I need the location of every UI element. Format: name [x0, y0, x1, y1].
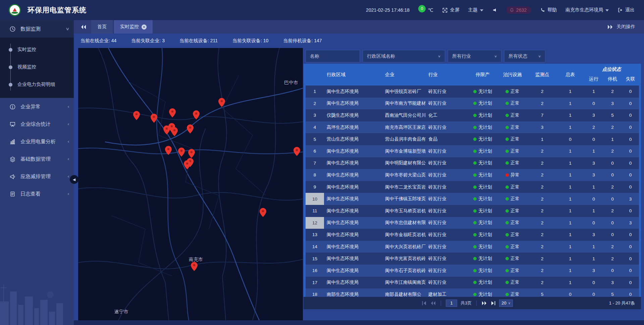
- map-pin-icon[interactable]: [193, 110, 200, 119]
- map-pin-icon[interactable]: [165, 146, 172, 155]
- map-panel[interactable]: 巴中市南充市遂宁市: [78, 48, 303, 320]
- status-dot-green-icon: [505, 138, 509, 141]
- map-pin-icon[interactable]: [191, 262, 198, 271]
- notification-badge[interactable]: 2632: [506, 6, 531, 14]
- cell-stop: 2: [603, 205, 622, 217]
- table-row[interactable]: 17阆中生态环境局阆中市江南镇阆南页岩砖瓦行业无计划正常21030: [306, 277, 639, 289]
- table-row[interactable]: 9阆中生态环境局阆中市二龙长宝页岩砖砖瓦行业无计划正常21120: [306, 181, 639, 193]
- cell-limit-status: 无计划: [468, 109, 497, 121]
- sidebar-item-6[interactable]: 日志查看‹: [0, 185, 74, 203]
- table-row[interactable]: 5营山生态环境局营山县润丰肉食品有限食品无计划正常10010: [306, 133, 639, 145]
- region-select[interactable]: 行政区域名称 ∨: [363, 50, 445, 62]
- cell-industry: 建材加工: [426, 288, 468, 297]
- cell-stop: 2: [603, 241, 622, 253]
- tab-1[interactable]: 实时监控✕: [114, 20, 153, 34]
- cell-limit-status: 无计划: [468, 145, 497, 157]
- close-operations-dropdown[interactable]: 关闭操作: [607, 24, 644, 30]
- next-page-button[interactable]: [481, 301, 487, 306]
- table-row[interactable]: 7阆中生态环境局阆中明阳建材有限公司砖瓦行业无计划正常21300: [306, 157, 639, 169]
- map-pin-icon[interactable]: [184, 160, 191, 169]
- map-pin-icon[interactable]: [218, 98, 225, 107]
- tabs-scroll-left-button[interactable]: [80, 24, 87, 30]
- cell-points: 3: [528, 121, 556, 133]
- sidebar-collapse-button[interactable]: ◀: [70, 175, 78, 184]
- table-row[interactable]: 3仪陇生态环境局西南油气田分公司川中化工无计划正常71350: [306, 109, 639, 121]
- table-row[interactable]: 14阆中生态环境局阆中大兴页岩机砖厂砖瓦行业无计划正常21120: [306, 241, 639, 253]
- cell-stop: 2: [603, 253, 622, 265]
- chevron-down-icon: ∨: [494, 54, 497, 58]
- cell-points: 2: [528, 241, 556, 253]
- table-row[interactable]: 10阆中生态环境局阆中千佛镇五郎垭页岩砖瓦行业无计划正常21003: [306, 193, 639, 205]
- table-row[interactable]: 13阆中生态环境局阆中市金福旺页岩机砖砖瓦行业无计划正常21300: [306, 229, 639, 241]
- fullscreen-button[interactable]: 全屏: [442, 7, 460, 13]
- status-dot-green-icon: [473, 281, 477, 284]
- chevron-down-icon: ∨: [65, 26, 69, 31]
- tab-close-icon[interactable]: ✕: [142, 24, 147, 30]
- table-row[interactable]: 11阆中生态环境局阆中市五马桥页岩机砖砖瓦行业无计划正常21120: [306, 205, 639, 217]
- page-number-input[interactable]: 1: [446, 300, 457, 307]
- cell-facility-status: 正常: [497, 241, 528, 253]
- map-pin-icon[interactable]: [188, 149, 195, 158]
- table-row[interactable]: 18南部生态环境局南部县建材有限公建材加工无计划正常50050: [306, 288, 639, 297]
- map-pin-icon[interactable]: [171, 127, 178, 136]
- sidebar-item-3[interactable]: 企业用电量分析‹: [0, 133, 74, 150]
- sidebar-item-label: 应急减排管理: [20, 173, 51, 180]
- row-index: 5: [306, 133, 324, 145]
- map-pin-icon[interactable]: [293, 147, 300, 156]
- theme-dropdown[interactable]: 主题: [468, 7, 483, 13]
- map-pin-icon[interactable]: [260, 208, 266, 217]
- first-page-button[interactable]: [422, 301, 427, 306]
- cell-industry: 砖瓦行业: [426, 181, 468, 193]
- cell-stop: 2: [603, 145, 622, 157]
- sidebar-item-5[interactable]: 应急减排管理‹: [0, 168, 74, 185]
- map-pin-icon[interactable]: [169, 108, 176, 117]
- last-page-button[interactable]: [490, 301, 496, 306]
- table-row[interactable]: 12阆中生态环境局阆中市忠信建材有限公砖瓦行业无计划正常21003: [306, 217, 639, 229]
- status-dot-green-icon: [505, 102, 509, 105]
- status-select[interactable]: 所有状态 ∨: [504, 50, 545, 62]
- table-row[interactable]: 16阆中生态环境局阆中市石子页岩机砖厂砖瓦行业无计划正常21300: [306, 265, 639, 277]
- help-button[interactable]: 帮助: [540, 7, 557, 13]
- cell-lost: 0: [622, 205, 639, 217]
- sound-button[interactable]: [492, 7, 497, 13]
- tab-label: 实时监控: [120, 24, 139, 30]
- status-dot-green-icon: [473, 138, 477, 141]
- sidebar-menu: 数据监测∨实时监控视频监控企业电力负荷明细企业异常‹企业综合统计‹企业用电量分析…: [0, 20, 74, 203]
- industry-select[interactable]: 所有行业 ∨: [448, 50, 501, 62]
- status-dot-green-icon: [473, 209, 477, 213]
- map-pin-icon[interactable]: [187, 124, 194, 133]
- sidebar-item-2[interactable]: 企业综合统计‹: [0, 115, 74, 133]
- sidebar-subitem-1[interactable]: 视频监控: [0, 58, 74, 76]
- page-size-select[interactable]: 20 ∨: [499, 300, 513, 307]
- cell-limit-status: 无计划: [468, 193, 497, 205]
- pagination-range-label: 1 - 20 共47条: [609, 300, 641, 306]
- table-header: 行政区域 企业 行业 停限产 治污设施 监测点 总表 点位状态 运行 停机 失联: [306, 64, 639, 86]
- name-search-input[interactable]: 名称: [306, 50, 360, 62]
- table-row[interactable]: 6阆中生态环境局阆中市金博瑞新型墙材砖瓦行业无计划正常21120: [306, 145, 639, 157]
- cell-industry: 砖瓦行业: [426, 121, 468, 133]
- table-row[interactable]: 4高坪生态环境局南充市高坪区王家店建砖瓦行业无计划正常31220: [306, 121, 639, 133]
- sidebar-subitem-0[interactable]: 实时监控: [0, 41, 74, 58]
- cell-facility-status: 正常: [497, 181, 528, 193]
- cell-limit-status: 无计划: [468, 205, 497, 217]
- org-dropdown[interactable]: 南充市生态环境局: [566, 7, 609, 13]
- table-row[interactable]: 2阆中生态环境局阆中市南方节能建材有砖瓦行业无计划正常21030: [306, 98, 639, 110]
- cell-region: 阆中生态环境局: [324, 241, 382, 253]
- table-row[interactable]: 1阆中生态环境局阆中强锐页岩砖厂砖瓦行业无计划正常21120: [306, 86, 639, 98]
- map-pin-icon[interactable]: [178, 148, 185, 157]
- previous-page-button[interactable]: [430, 301, 436, 306]
- cell-limit-status: 无计划: [468, 169, 497, 181]
- status-dot-green-icon: [505, 126, 509, 129]
- tab-0[interactable]: 首页: [91, 20, 113, 34]
- table-row[interactable]: 8阆中生态环境局阆中市枣碧大梁山页岩砖瓦行业无计划异常21300: [306, 169, 639, 181]
- sidebar-item-0[interactable]: 数据监测∨: [0, 20, 74, 38]
- sidebar-subitem-2[interactable]: 企业电力负荷明细: [0, 76, 74, 93]
- map-pin-icon[interactable]: [151, 114, 157, 123]
- logout-button[interactable]: 退出: [618, 7, 635, 13]
- cell-region: 阆中生态环境局: [324, 145, 382, 157]
- sidebar-item-4[interactable]: 基础数据管理‹: [0, 150, 74, 168]
- table-row[interactable]: 15阆中生态环境局阆中市光富页岩机砖厂砖瓦行业无计划正常21120: [306, 253, 639, 265]
- sidebar-item-1[interactable]: 企业异常‹: [0, 98, 74, 115]
- status-dot-green-icon: [473, 257, 477, 260]
- map-pin-icon[interactable]: [133, 111, 140, 120]
